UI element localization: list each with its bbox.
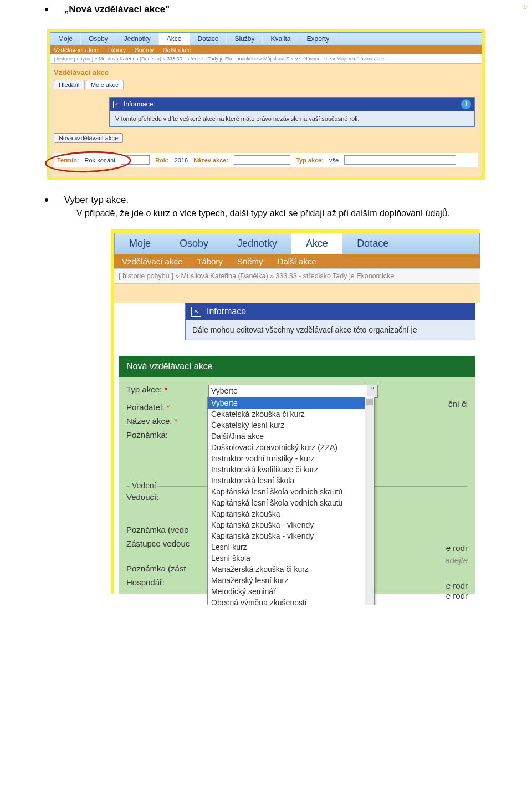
filter-termin-value[interactable]: Rok konání <box>85 157 116 164</box>
menu-akce[interactable]: Akce <box>291 233 342 254</box>
menu-moje[interactable]: Moje <box>115 233 165 254</box>
label-poznamka-zast: Poznámka (zást <box>126 564 208 573</box>
filter-termin-label: Termín: <box>57 157 79 164</box>
dropdown-option[interactable]: Instruktor vodní turistiky - kurz <box>208 453 374 464</box>
dropdown-option[interactable]: Lesní škola <box>208 553 374 564</box>
submenu-snemy[interactable]: Sněmy <box>237 257 263 266</box>
info-icon: i <box>461 99 471 109</box>
menu-moje[interactable]: Moje <box>50 33 81 45</box>
menu-dotace[interactable]: Dotace <box>190 33 227 45</box>
text-fragment: e rodr <box>446 543 468 553</box>
new-action-button[interactable]: Nová vzdělávací akce <box>54 133 123 143</box>
label-poradatel: Pořadatel: * <box>126 402 208 412</box>
bullet-text: Vyber typ akce. <box>64 195 129 206</box>
sub-menu: Vzdělávací akce Tábory Sněmy Další akce <box>114 254 480 268</box>
main-menu: Moje Osoby Jednotky Akce Dotace Služby K… <box>50 33 482 45</box>
submenu-snemy[interactable]: Sněmy <box>135 47 154 53</box>
typ-akce-dropdown[interactable]: Vyberte Čekatelská zkouška či kurz Čekat… <box>207 397 375 605</box>
filter-rok-label: Rok: <box>155 157 168 164</box>
nazev-input[interactable] <box>234 155 290 165</box>
dropdown-option[interactable]: Obecná výměna zkušeností <box>208 597 374 605</box>
screenshot-1: Moje Osoby Jednotky Akce Dotace Služby K… <box>47 29 485 180</box>
dropdown-option[interactable]: Kapitánská lesní škola vodních skautů <box>208 497 374 508</box>
menu-exporty[interactable]: Exporty <box>299 33 338 45</box>
bullet-dot: • <box>44 194 49 206</box>
dropdown-option[interactable]: Instruktorská lesní škola <box>208 475 374 486</box>
dropdown-option[interactable]: Manažerský lesní kurz <box>208 575 374 586</box>
typ-select[interactable] <box>344 155 456 165</box>
breadcrumb: [ historie pohybu ] » Musilová Kateřina … <box>50 54 482 64</box>
label-hospodar: Hospodář: <box>126 578 208 587</box>
dropdown-option[interactable]: Lesní kurz <box>208 542 374 553</box>
menu-jednotky[interactable]: Jednotky <box>116 33 159 45</box>
screenshot-2: Moje Osoby Jednotky Akce Dotace Vzděláva… <box>111 229 480 594</box>
info-panel: « Informace Dále mohou editovat všechny … <box>185 303 475 340</box>
text-fragment: e rodr <box>446 581 468 590</box>
typ-akce-select[interactable]: Vyberte ˅ <box>208 385 378 398</box>
menu-osoby[interactable]: Osoby <box>81 33 116 45</box>
dropdown-option[interactable]: Kapitánská zkouška <box>208 508 374 519</box>
filter-nazev-label: Název akce: <box>193 157 228 164</box>
menu-akce[interactable]: Akce <box>159 33 190 45</box>
tabs: Hledání Moje akce <box>54 80 478 89</box>
scrollbar[interactable] <box>365 397 374 605</box>
dropdown-option[interactable]: Kapitánská lesní škola vodních skautů <box>208 486 374 497</box>
label-poznamka-vedo: Poznámka (vedo <box>126 525 208 534</box>
info-title: Informace <box>124 100 153 108</box>
submenu-vzdelavaci[interactable]: Vzdělávací akce <box>54 47 98 53</box>
text-fragment: e rodr <box>446 591 468 600</box>
paragraph: V případě, že jde o kurz o více typech, … <box>76 208 488 218</box>
dropdown-option[interactable]: Čekatelský lesní kurz <box>208 420 374 431</box>
submenu-dalsi[interactable]: Další akce <box>163 47 191 53</box>
filter-rok-value[interactable]: 2016 <box>175 157 188 164</box>
filter-row: Termín: Rok konání Rok: 2016 Název akce:… <box>54 153 478 167</box>
label-poznamka: Poznámka: <box>126 430 208 440</box>
breadcrumb: [ historie pohybu ] » Musilová Kateřina … <box>114 268 480 284</box>
collapse-icon[interactable]: « <box>191 307 201 317</box>
label-zastupce: Zástupce vedouc <box>126 539 208 548</box>
termin-select[interactable] <box>121 155 150 165</box>
dropdown-option[interactable]: Vyberte <box>208 397 374 409</box>
submenu-tabory[interactable]: Tábory <box>107 47 126 53</box>
dropdown-option[interactable]: Metodický seminář <box>208 586 374 597</box>
text-fragment: adejte <box>445 603 468 605</box>
text-fragment: ční či <box>448 399 468 409</box>
submenu-tabory[interactable]: Tábory <box>197 257 223 266</box>
chevron-down-icon[interactable]: ˅ <box>367 385 377 396</box>
info-title: Informace <box>207 307 246 317</box>
dropdown-option[interactable]: Doškolovací zdravotnický kurz (ZZA) <box>208 442 374 453</box>
form-area: ční či Typ akce: * Vyberte ˅ Pořadatel: … <box>119 377 475 594</box>
main-menu: Moje Osoby Jednotky Akce Dotace <box>114 233 480 254</box>
sub-menu: Vzdělávací akce Tábory Sněmy Další akce <box>50 45 482 54</box>
dropdown-option[interactable]: Kapitánská zkouška - víkendy <box>208 530 374 542</box>
label-typ-akce: Typ akce: * <box>126 385 208 394</box>
bullet-item: • „Nová vzdělávací akce" <box>44 3 488 16</box>
dropdown-option[interactable]: Čekatelská zkouška či kurz <box>208 409 374 420</box>
info-body: V tomto přehledu vidíte veškeré akce na … <box>110 111 474 126</box>
tab-hledani[interactable]: Hledání <box>54 80 85 89</box>
menu-dotace[interactable]: Dotace <box>342 233 403 254</box>
text-fragment: adejte <box>445 555 468 565</box>
collapse-icon[interactable]: « <box>113 101 120 108</box>
menu-kvalita[interactable]: Kvalita <box>263 33 299 45</box>
dropdown-option[interactable]: Manažerská zkouška či kurz <box>208 564 374 575</box>
favorite-star-icon[interactable]: ☆ <box>521 2 529 11</box>
submenu-vzdelavaci[interactable]: Vzdělávací akce <box>122 257 182 266</box>
dropdown-option[interactable]: Instruktorská kvalifikace či kurz <box>208 464 374 475</box>
bullet-text: „Nová vzdělávací akce" <box>64 4 170 15</box>
label-nazev: Název akce: * <box>126 416 208 426</box>
filter-typ-value[interactable]: vše <box>329 157 339 164</box>
menu-sluzby[interactable]: Služby <box>227 33 263 45</box>
info-panel: « Informace i V tomto přehledu vidíte ve… <box>109 97 475 127</box>
dropdown-option[interactable]: Další/Jiná akce <box>208 431 374 442</box>
submenu-dalsi[interactable]: Další akce <box>278 257 316 266</box>
scroll-up-icon[interactable] <box>366 399 373 405</box>
menu-osoby[interactable]: Osoby <box>165 233 223 254</box>
dropdown-option[interactable]: Kapitánská zkouška - víkendy <box>208 519 374 530</box>
filter-typ-label: Typ akce: <box>296 157 324 164</box>
info-body: Dále mohou editovat všechny vzdělávací a… <box>186 320 475 340</box>
bullet-dot: • <box>44 3 49 16</box>
tab-moje-akce[interactable]: Moje akce <box>86 80 124 89</box>
form-title: Nová vzdělávací akce <box>119 356 475 377</box>
menu-jednotky[interactable]: Jednotky <box>223 233 291 254</box>
